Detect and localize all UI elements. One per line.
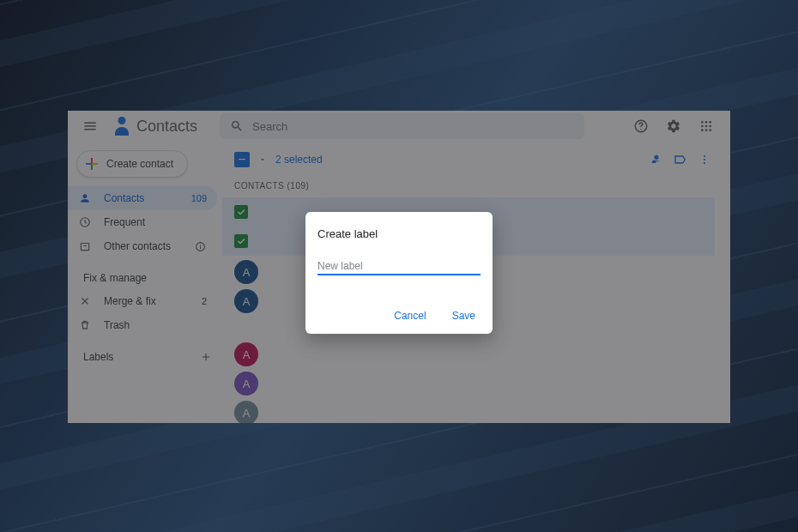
cancel-button[interactable]: Cancel (389, 306, 431, 325)
save-button[interactable]: Save (447, 306, 481, 325)
dialog-title: Create label (317, 227, 481, 240)
create-label-dialog: Create label Cancel Save (305, 212, 493, 334)
label-name-input[interactable] (317, 258, 481, 275)
